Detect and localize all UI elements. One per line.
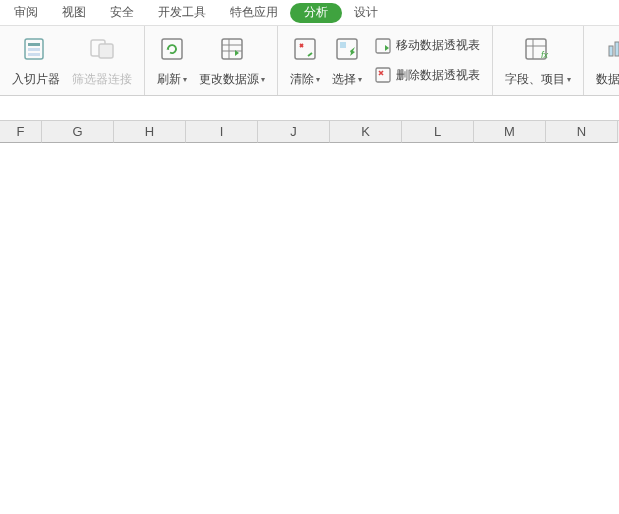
pivot-view-label: 数据透视 bbox=[596, 71, 619, 88]
column-header[interactable]: M bbox=[474, 121, 546, 143]
clear-icon bbox=[292, 33, 318, 65]
svg-rect-7 bbox=[222, 39, 242, 59]
svg-rect-2 bbox=[28, 48, 40, 51]
column-header[interactable]: G bbox=[42, 121, 114, 143]
insert-slicer-button[interactable]: 入切片器 bbox=[6, 30, 66, 91]
svg-rect-14 bbox=[376, 39, 390, 53]
column-header[interactable]: L bbox=[402, 121, 474, 143]
tab-security[interactable]: 安全 bbox=[98, 0, 146, 26]
clear-label: 清除 bbox=[290, 71, 314, 88]
change-source-button[interactable]: 更改数据源 ▾ bbox=[193, 30, 271, 91]
svg-rect-1 bbox=[28, 43, 40, 46]
column-header[interactable]: K bbox=[330, 121, 402, 143]
pivot-view-icon bbox=[605, 33, 619, 65]
refresh-label: 刷新 bbox=[157, 71, 181, 88]
insert-slicer-label: 入切片器 bbox=[12, 71, 60, 88]
column-header[interactable]: F bbox=[0, 121, 42, 143]
svg-rect-13 bbox=[340, 42, 346, 48]
column-header[interactable]: N bbox=[546, 121, 618, 143]
tab-devtools[interactable]: 开发工具 bbox=[146, 0, 218, 26]
tab-design[interactable]: 设计 bbox=[342, 0, 390, 26]
ribbon-group-fields: fx 字段、项目 ▾ bbox=[493, 26, 584, 95]
spreadsheet-grid[interactable] bbox=[0, 143, 619, 514]
pivot-view-button[interactable]: 数据透视 bbox=[590, 30, 619, 91]
filter-connection-button[interactable]: 筛选器连接 bbox=[66, 30, 138, 91]
column-header[interactable]: H bbox=[114, 121, 186, 143]
change-source-label: 更改数据源 bbox=[199, 71, 259, 88]
select-label: 选择 bbox=[332, 71, 356, 88]
dropdown-arrow-icon: ▾ bbox=[183, 75, 187, 84]
ribbon-group-data: 刷新 ▾ 更改数据源 ▾ bbox=[145, 26, 278, 95]
fields-items-button[interactable]: fx 字段、项目 ▾ bbox=[499, 30, 577, 91]
move-pivot-label: 移动数据透视表 bbox=[396, 37, 480, 54]
svg-rect-11 bbox=[295, 39, 315, 59]
svg-rect-21 bbox=[615, 42, 619, 56]
dropdown-arrow-icon: ▾ bbox=[261, 75, 265, 84]
delete-pivot-button[interactable]: 删除数据透视表 bbox=[374, 64, 480, 88]
tab-special[interactable]: 特色应用 bbox=[218, 0, 290, 26]
column-header[interactable]: J bbox=[258, 121, 330, 143]
svg-rect-6 bbox=[162, 39, 182, 59]
fields-items-icon: fx bbox=[523, 33, 553, 65]
filter-connection-icon bbox=[89, 33, 115, 65]
slicer-icon bbox=[23, 33, 49, 65]
refresh-icon bbox=[159, 33, 185, 65]
filter-connection-label: 筛选器连接 bbox=[72, 71, 132, 88]
svg-rect-5 bbox=[99, 44, 113, 58]
fields-items-label: 字段、项目 bbox=[505, 71, 565, 88]
delete-pivot-label: 删除数据透视表 bbox=[396, 67, 480, 84]
refresh-button[interactable]: 刷新 ▾ bbox=[151, 30, 193, 91]
ribbon-group-actions: 清除 ▾ 选择 ▾ 移动数据透视表 bbox=[278, 26, 493, 95]
select-button[interactable]: 选择 ▾ bbox=[326, 30, 368, 91]
svg-rect-3 bbox=[28, 53, 40, 56]
ribbon-group-pivot-ops: 移动数据透视表 删除数据透视表 bbox=[368, 30, 486, 91]
column-header[interactable]: I bbox=[186, 121, 258, 143]
menu-tabs: 审阅 视图 安全 开发工具 特色应用 分析 设计 bbox=[0, 0, 619, 26]
ribbon-toolbar: 入切片器 筛选器连接 刷新 ▾ 更改数据源 ▾ bbox=[0, 26, 619, 96]
ribbon-group-pivotview: 数据透视 bbox=[584, 26, 619, 95]
dropdown-arrow-icon: ▾ bbox=[567, 75, 571, 84]
move-pivot-button[interactable]: 移动数据透视表 bbox=[374, 34, 480, 58]
clear-button[interactable]: 清除 ▾ bbox=[284, 30, 326, 91]
dropdown-arrow-icon: ▾ bbox=[358, 75, 362, 84]
formula-bar[interactable] bbox=[0, 96, 619, 121]
svg-text:fx: fx bbox=[541, 50, 549, 60]
column-headers-row: F G H I J K L M N bbox=[0, 121, 619, 143]
tab-analysis[interactable]: 分析 bbox=[290, 3, 342, 23]
change-source-icon bbox=[219, 33, 245, 65]
dropdown-arrow-icon: ▾ bbox=[316, 75, 320, 84]
delete-pivot-icon bbox=[374, 66, 392, 84]
move-pivot-icon bbox=[374, 37, 392, 55]
ribbon-group-slicer: 入切片器 筛选器连接 bbox=[0, 26, 145, 95]
svg-rect-20 bbox=[609, 46, 613, 56]
tab-view[interactable]: 视图 bbox=[50, 0, 98, 26]
select-icon bbox=[334, 33, 360, 65]
tab-review[interactable]: 审阅 bbox=[2, 0, 50, 26]
